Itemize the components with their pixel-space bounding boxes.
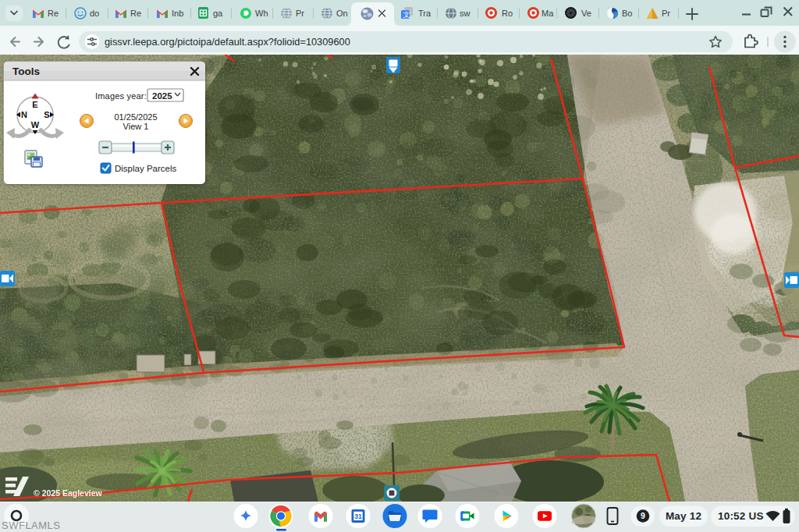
svg-text:Re: Re [130, 9, 141, 18]
svg-text:Wh: Wh [255, 9, 268, 18]
svg-text:do: do [90, 9, 99, 18]
svg-text:Re: Re [48, 9, 59, 18]
svg-text:31: 31 [354, 512, 362, 520]
svg-text:Tra: Tra [418, 9, 431, 18]
svg-text:© 2025 Eagleview: © 2025 Eagleview [34, 488, 103, 498]
svg-text:W: W [31, 120, 40, 129]
svg-text:May 12: May 12 [666, 510, 701, 522]
svg-text:Tools: Tools [12, 66, 40, 77]
svg-text:E: E [32, 100, 37, 109]
svg-text:Ro: Ro [502, 9, 513, 18]
svg-text:2025: 2025 [152, 91, 172, 101]
svg-text:Images year:: Images year: [95, 91, 147, 101]
svg-text:ga: ga [213, 9, 223, 18]
svg-text:On: On [336, 9, 348, 18]
svg-text:Inb: Inb [172, 9, 183, 18]
svg-text:sw: sw [460, 9, 471, 18]
svg-text:gissvr.leepa.org/pictoipa/defa: gissvr.leepa.org/pictoipa/default.aspx?f… [105, 36, 350, 48]
svg-text:S: S [44, 110, 49, 119]
svg-text:Display Parcels: Display Parcels [115, 164, 176, 173]
svg-text:Ma: Ma [542, 9, 554, 18]
svg-text:10:52 US: 10:52 US [718, 510, 764, 522]
svg-text:文: 文 [403, 11, 410, 19]
svg-text:N: N [21, 110, 27, 119]
svg-text:Ve: Ve [581, 9, 591, 18]
svg-text:Pr: Pr [662, 9, 670, 18]
svg-text:View 1: View 1 [123, 122, 149, 131]
svg-text:Bo: Bo [622, 9, 632, 18]
svg-text:9: 9 [641, 511, 645, 520]
svg-text:Pr: Pr [296, 9, 304, 18]
svg-text:01/25/2025: 01/25/2025 [114, 112, 157, 122]
